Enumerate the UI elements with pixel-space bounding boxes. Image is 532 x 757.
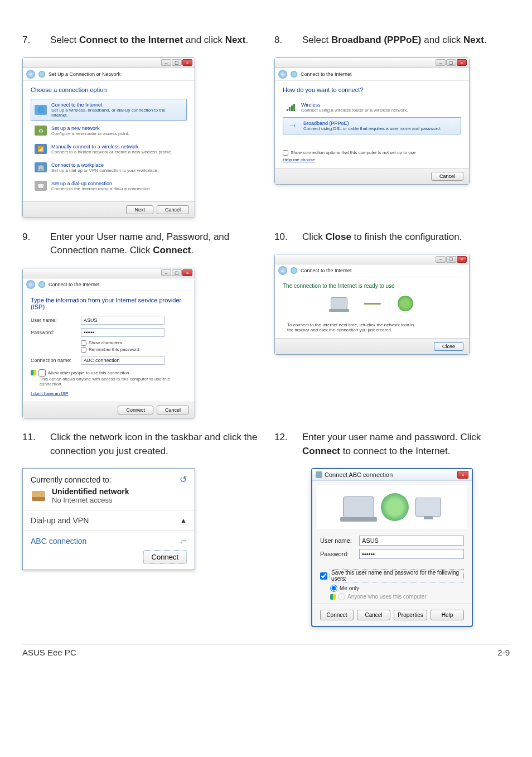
maximize-button[interactable]: ▢ [172, 59, 182, 66]
allow-others-desc: This option allows anyone with access to… [40, 377, 187, 387]
cable-icon [287, 122, 299, 129]
dialog-titlebar: – ▢ × [23, 268, 195, 278]
dialog-ready: – ▢ × ← Connect to the Internet The conn… [274, 254, 470, 355]
option-new-network[interactable]: ⚙ Set up a new network Configure a new r… [31, 122, 187, 139]
minimize-button[interactable]: – [436, 256, 446, 263]
no-isp-link[interactable]: I don't have an ISP [31, 391, 187, 396]
me-only-radio[interactable] [330, 585, 337, 592]
vpn-section-header: Dial-up and VPN [31, 516, 89, 525]
option-wireless[interactable]: Wireless Connect using a wireless router… [283, 99, 461, 116]
connect-button[interactable]: Connect [320, 610, 354, 620]
refresh-icon[interactable]: ↺ [180, 474, 187, 485]
step-number: 11. [22, 431, 50, 458]
network-name: Unidentified network [52, 487, 129, 496]
show-chars-checkbox[interactable] [81, 340, 86, 346]
globe-icon [291, 267, 297, 274]
back-icon[interactable]: ← [278, 70, 287, 79]
step-text: Enter your user name and password. Click… [302, 431, 510, 458]
close-button[interactable]: × [457, 256, 467, 263]
workplace-icon: 🏢 [35, 162, 47, 172]
globe-icon [38, 71, 45, 78]
dialog-setup-connection: – ▢ × ← Set Up a Connection or Network C… [22, 57, 195, 218]
allow-others-label: Allow other people to use this connectio… [48, 370, 129, 375]
signal-icon [287, 103, 297, 111]
username-input[interactable]: ASUS [359, 536, 464, 546]
show-options-checkbox[interactable] [283, 150, 288, 156]
shield-icon [330, 594, 336, 600]
flyout-connect-button[interactable]: Connect [143, 550, 187, 564]
back-icon[interactable]: ← [278, 266, 287, 275]
maximize-button[interactable]: ▢ [172, 269, 182, 276]
close-button[interactable]: × [182, 59, 192, 66]
close-button[interactable]: × [457, 471, 468, 479]
dialog-titlebar: – ▢ × [275, 254, 469, 264]
connection-name: ABC connection [31, 537, 86, 546]
cancel-button[interactable]: Cancel [157, 406, 189, 414]
minimize-button[interactable]: – [161, 59, 171, 66]
dialup-icon: ☎ [35, 181, 47, 191]
connection-abc-row[interactable]: ABC connection ⇌ [31, 537, 187, 546]
minimize-button[interactable]: – [161, 269, 171, 276]
close-button[interactable]: × [457, 59, 467, 66]
step-9: 9. Enter your User name and, Password, a… [22, 230, 258, 258]
step-7: 7. Select Connect to the Internet and cl… [22, 33, 258, 47]
step-text: Select Connect to the Internet and click… [50, 33, 258, 47]
password-label: Password: [320, 551, 359, 557]
save-credentials-checkbox[interactable] [320, 572, 327, 580]
ready-tip-line2: the taskbar and click the connection you… [287, 327, 414, 332]
cable-icon: ⇌ [180, 537, 187, 546]
maximize-button[interactable]: ▢ [446, 256, 456, 263]
cancel-button[interactable]: Cancel [431, 172, 463, 181]
globe-icon [38, 281, 45, 288]
cancel-button[interactable]: Cancel [357, 610, 390, 620]
back-icon[interactable]: ← [26, 280, 35, 289]
next-button[interactable]: Next [126, 205, 153, 214]
step-number: 12. [274, 431, 302, 458]
step-10: 10. Click Close to finish the configurat… [274, 230, 510, 244]
back-icon[interactable]: ← [26, 70, 35, 79]
flyout-header: Currently connected to: [31, 475, 112, 484]
anyone-label: Anyone who uses this computer [347, 594, 427, 600]
anyone-radio [338, 593, 345, 600]
properties-button[interactable]: Properties [394, 610, 427, 620]
remember-checkbox[interactable] [81, 347, 86, 353]
internet-icon: 🌐 [35, 105, 47, 115]
option-manual-wireless[interactable]: 📶 Manually connect to a wireless network… [31, 141, 187, 158]
maximize-button[interactable]: ▢ [446, 59, 456, 66]
allow-others-checkbox[interactable] [38, 369, 46, 377]
password-input[interactable]: •••••• [359, 549, 464, 559]
option-workplace[interactable]: 🏢 Connect to a workplace Set up a dial-u… [31, 159, 187, 176]
step-number: 10. [274, 230, 302, 244]
dialog-title: Connect to the Internet [49, 282, 100, 287]
connection-name-input[interactable]: ABC connection [81, 356, 165, 365]
help-button[interactable]: Help [431, 610, 464, 620]
wireless-icon: 📶 [35, 144, 47, 154]
step-11: 11. Click the network icon in the taskba… [22, 431, 258, 458]
option-broadband[interactable]: Broadband (PPPoE) Connect using DSL or c… [283, 117, 461, 134]
ready-tip-line1: To connect to the Internet next time, le… [287, 322, 414, 327]
password-label: Password: [31, 330, 81, 335]
step-8: 8. Select Broadband (PPPoE) and click Ne… [274, 33, 510, 47]
help-link[interactable]: Help me choose [283, 157, 315, 162]
password-input[interactable]: •••••• [81, 328, 165, 337]
option-dialup[interactable]: ☎ Set up a dial-up connection Connect to… [31, 177, 187, 195]
connection-visual [317, 485, 467, 529]
dialog-heading: Type the information from your Internet … [31, 297, 187, 310]
username-label: User name: [320, 537, 359, 544]
router-icon: ⚙ [35, 126, 47, 136]
dialog-header: ← Connect to the Internet [23, 278, 195, 291]
monitor-icon [415, 498, 441, 517]
username-input[interactable]: ASUS [81, 316, 165, 325]
step-number: 7. [22, 33, 50, 47]
chevron-up-icon[interactable]: ▲ [180, 517, 187, 524]
option-connect-internet[interactable]: 🌐 Connect to the Internet Set up a wirel… [31, 99, 187, 121]
app-icon [316, 471, 322, 478]
close-button[interactable]: Close [434, 342, 463, 351]
cancel-button[interactable]: Cancel [157, 205, 189, 214]
dialog-header: ← Set Up a Connection or Network [23, 68, 195, 81]
connect-button[interactable]: Connect [118, 406, 153, 414]
network-bench-icon [31, 489, 46, 503]
link-line-icon: ━━━ [364, 298, 381, 309]
close-button[interactable]: × [182, 269, 192, 276]
minimize-button[interactable]: – [436, 59, 446, 66]
